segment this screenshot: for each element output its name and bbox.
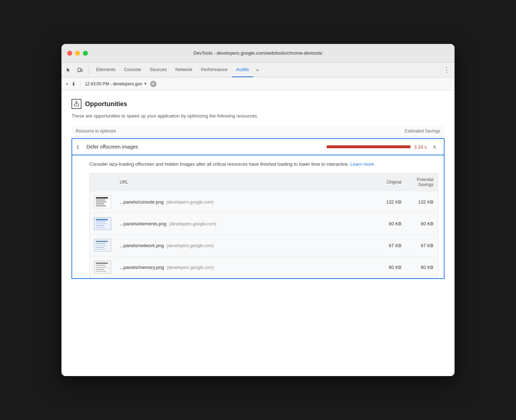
- export-icon: [71, 99, 81, 109]
- savings-size: 67 KB: [406, 235, 438, 256]
- tabs-list: Elements Console Sources Network Perform…: [92, 62, 262, 77]
- tab-audits[interactable]: Audits: [232, 62, 253, 77]
- block-icon[interactable]: ⊘: [150, 81, 157, 87]
- col-resource-header: Resource to optimize: [76, 129, 376, 134]
- opportunity-number: 1: [76, 144, 86, 150]
- opportunity-bar-section: 3.16 s: [327, 144, 427, 150]
- col-savings-header: Estimated Savings: [376, 129, 440, 134]
- url-domain: (developers.google.com): [167, 265, 214, 270]
- thumb-cell: [90, 191, 116, 213]
- col-thumb-header: [90, 174, 116, 191]
- window-controls: [67, 51, 88, 56]
- svg-rect-1: [81, 69, 83, 71]
- tab-performance[interactable]: Performance: [197, 62, 232, 77]
- opportunity-description: Consider lazy-loading offscreen and hidd…: [89, 160, 438, 168]
- section-description: These are opportunities to speed up your…: [71, 113, 445, 119]
- thumb-cell: [90, 256, 116, 278]
- url-text: 12:43:00 PM - developers.goo: [85, 81, 142, 86]
- opportunity-detail: Consider lazy-loading offscreen and hidd…: [71, 155, 445, 279]
- url-cell: ...panels/memory.png (developers.google.…: [115, 256, 374, 278]
- url-domain: (developers.google.com): [169, 221, 216, 226]
- original-size: 60 KB: [374, 256, 406, 278]
- col-url-header: URL: [115, 174, 374, 191]
- toolbar-icons: [64, 66, 89, 74]
- url-text: ...panels/elements.png: [120, 221, 167, 226]
- url-domain: (developers.google.com): [167, 243, 214, 248]
- maximize-button[interactable]: [83, 51, 88, 56]
- download-icon[interactable]: ⬇: [71, 81, 76, 87]
- titlebar: DevTools - developers.google.com/web/too…: [61, 44, 455, 62]
- separator: [80, 80, 80, 88]
- url-text: ...panels/console.png: [120, 199, 164, 205]
- resource-table-row: ...panels/memory.png (developers.google.…: [90, 256, 438, 278]
- resource-table-header: URL Original Potential Savings: [90, 174, 438, 191]
- resource-table-row: ...panels/console.png (developers.google…: [90, 191, 438, 213]
- add-icon[interactable]: +: [66, 81, 69, 87]
- section-title: Opportunities: [85, 100, 127, 108]
- savings-size: 80 KB: [406, 213, 438, 235]
- cursor-icon[interactable]: [64, 66, 73, 74]
- opportunity-row[interactable]: 1 Defer offscreen images 3.16 s ∧: [71, 138, 445, 155]
- url-cell: ...panels/network.png (developers.google…: [115, 235, 374, 256]
- tab-sources[interactable]: Sources: [145, 62, 171, 77]
- opportunity-label: Defer offscreen images: [86, 144, 327, 150]
- tab-elements[interactable]: Elements: [92, 62, 120, 77]
- url-dropdown[interactable]: ▼: [144, 82, 147, 86]
- resource-table-row: ...panels/elements.png (developers.googl…: [90, 213, 438, 235]
- original-size: 132 KB: [374, 191, 406, 213]
- opportunity-value: 3.16 s: [414, 144, 427, 150]
- resource-table-row: ...panels/network.png (developers.google…: [90, 235, 438, 256]
- url-cell: ...panels/elements.png (developers.googl…: [115, 213, 374, 235]
- devtools-tabs-bar: Elements Console Sources Network Perform…: [61, 62, 455, 78]
- resource-table: URL Original Potential Savings ...panels…: [89, 173, 438, 278]
- browser-window: DevTools - developers.google.com/web/too…: [61, 44, 455, 376]
- url-cell: ...panels/console.png (developers.google…: [115, 191, 374, 213]
- original-size: 67 KB: [374, 235, 406, 256]
- thumb-cell: [90, 235, 116, 256]
- url-text: ...panels/network.png: [120, 243, 164, 248]
- url-domain: (developers.google.com): [167, 200, 214, 205]
- minimize-button[interactable]: [75, 51, 80, 56]
- col-savings-header-inner: Potential Savings: [406, 174, 438, 191]
- url-display: 12:43:00 PM - developers.goo ▼: [85, 81, 147, 86]
- tab-more[interactable]: »: [253, 62, 262, 77]
- section-header: Opportunities: [71, 99, 445, 109]
- device-icon[interactable]: [76, 66, 84, 74]
- savings-size: 132 KB: [406, 191, 438, 213]
- opportunity-bar: [327, 145, 411, 148]
- svg-rect-3: [74, 104, 79, 106]
- close-button[interactable]: [67, 51, 72, 56]
- thumb-cell: [90, 213, 116, 235]
- content-area: Opportunities These are opportunities to…: [61, 90, 455, 376]
- col-original-header: Original: [374, 174, 406, 191]
- table-header: Resource to optimize Estimated Savings: [71, 126, 445, 137]
- window-title: DevTools - developers.google.com/web/too…: [193, 50, 322, 56]
- original-size: 80 KB: [374, 213, 406, 235]
- tab-network[interactable]: Network: [171, 62, 197, 77]
- savings-size: 60 KB: [406, 256, 438, 278]
- url-text: ...panels/memory.png: [120, 265, 164, 270]
- location-bar: + ⬇ 12:43:00 PM - developers.goo ▼ ⊘: [61, 78, 455, 90]
- expand-collapse-button[interactable]: ∧: [430, 142, 440, 151]
- learn-more-link[interactable]: Learn more: [350, 161, 374, 167]
- menu-dots-button[interactable]: ⋮: [442, 65, 452, 75]
- tab-console[interactable]: Console: [120, 62, 145, 77]
- devtools-menu: ⋮: [442, 65, 452, 75]
